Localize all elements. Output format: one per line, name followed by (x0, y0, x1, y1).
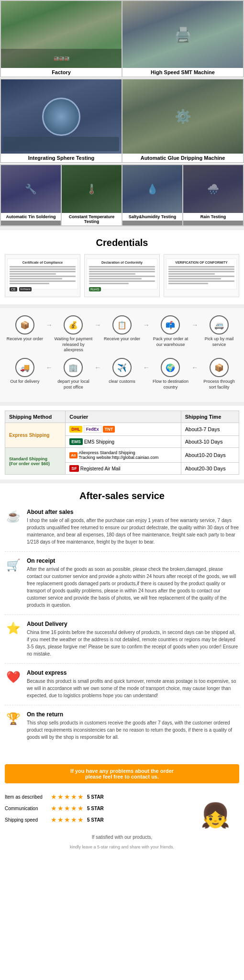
standard-time-1: About10-20 Days (181, 448, 239, 463)
rain-image: 🌧️ (183, 165, 243, 213)
payment-icon: 💰 (64, 315, 83, 334)
ce-logo: CE (10, 287, 17, 291)
rating-left: Item as described ★★★★★ 5 STAR Communica… (5, 793, 187, 827)
factory-label: Factory (1, 68, 122, 77)
delivery-content: About Delivery China time 16 points befo… (27, 621, 239, 657)
ali-logo: Ali (69, 452, 77, 458)
temp-image: 🌡️ (62, 165, 122, 213)
cert-inner-3: VERIFICATION OF CONFORMITY (166, 258, 237, 290)
cert-lines-2 (89, 265, 155, 285)
rating-footer-note: kindly leave a 5-star rating and share w… (0, 845, 244, 854)
bottom-4-grid: 🔧 Automatic Tin Soldering 🌡️ Constant Te… (0, 164, 244, 226)
receipt-content: On receipt After the arrival of the good… (27, 557, 239, 609)
dhl-fedex-tnt-logos: DHL FedEx TNT (69, 425, 177, 433)
cert-card-3: VERIFICATION OF CONFORMITY (164, 254, 239, 297)
sphere-cell: Integrating Sphere Testing (1, 79, 122, 162)
smt-cell: 🖨️ High Speed SMT Machine (122, 1, 243, 77)
receive2-icon: 📋 (112, 315, 132, 334)
express-courier-ems: EMS EMS Shipping (66, 436, 181, 448)
receive2-text: Receive your order (104, 336, 140, 342)
shipping-table: Shipping Method Courier Shipping Time Ex… (5, 411, 239, 475)
temp-label: Constant Temperature Testing (62, 213, 122, 225)
ems-logos: EMS EMS Shipping (69, 438, 177, 445)
ems-text: EMS Shipping (84, 439, 114, 445)
cert-row: Certificate of Compliance CE Erthiant De… (5, 254, 239, 297)
contact-banner[interactable]: If you have any problems about the order… (5, 764, 239, 783)
cert-card-1: Certificate of Compliance CE Erthiant (5, 254, 80, 297)
arrow-7: ← (143, 364, 150, 371)
process-step-pack: 📫 Pack your order at our warehouse (151, 315, 189, 347)
express-item-text: Because this product is small profits an… (27, 678, 239, 699)
delivery-svc-icon: ⭐ (5, 621, 22, 657)
col-courier: Courier (66, 411, 181, 423)
cert-card-2: Declaration of Conformity RoHS (84, 254, 160, 297)
rating-right: 👧 (191, 793, 239, 827)
smt-label: High Speed SMT Machine (122, 68, 243, 77)
delivery-text: Out for delivery (10, 379, 39, 385)
payment-text: Waiting for payment released by aliexpre… (54, 336, 92, 353)
receipt-icon: 🛒 (5, 557, 22, 609)
flow-text: Flow to destination country (151, 379, 189, 390)
standard-row-1: Standard Shipping(For order over $60) Al… (5, 448, 239, 463)
ali-text: Aliexpress Standard ShippingTracking web… (79, 450, 159, 460)
rating-row-ship: Shipping speed ★★★★★ 5 STAR (5, 816, 187, 824)
process-step-pickup: 🚐 Pick up by mail service (200, 315, 238, 347)
standard-method-cell: Standard Shipping(For order over $60) (5, 448, 66, 475)
cert-lines-1 (10, 265, 76, 285)
fedex-logo: FedEx (84, 425, 101, 433)
factory-cell: 🏭🏭🏭 Factory (1, 1, 122, 77)
service-aftersales: ☕ About after sales I shop the sale of a… (5, 509, 239, 552)
aftersales-item-title: About after sales (27, 509, 239, 515)
rating-comm-stars: ★★★★★ (51, 804, 84, 812)
arrow-5: ← (46, 364, 53, 371)
cartoon-face: 👧 (200, 803, 230, 827)
sphere-glue-grid: Integrating Sphere Testing ⚙️ Automatic … (0, 78, 244, 163)
rating-section: Item as described ★★★★★ 5 STAR Communica… (0, 788, 244, 832)
express-method-cell: Express Shipping (5, 423, 66, 448)
credentials-title: Credentials (5, 237, 239, 248)
pickup-text: Pick up by mail service (200, 336, 238, 347)
rating-item-label: Item as described (5, 794, 48, 800)
cert-lines-3 (168, 265, 234, 287)
return-content: On the return This shop sells products i… (27, 711, 239, 741)
arrow-2: → (94, 321, 101, 329)
rating-footer-text: If satisfied with our products, (5, 835, 239, 840)
rating-item-value: 5 STAR (87, 794, 104, 800)
return-item-title: On the return (27, 711, 239, 718)
salty-cell: 💧 Salty&humidity Testing (122, 165, 182, 225)
glue-image: ⚙️ (122, 79, 243, 154)
express-time-2: About3-10 Days (181, 436, 239, 448)
rain-label: Rain Testing (183, 213, 243, 221)
standard-courier-ali: Ali Aliexpress Standard ShippingTracking… (66, 448, 181, 463)
tnt-logo: TNT (103, 426, 115, 433)
sort-icon: 📦 (210, 358, 229, 377)
process-step-receive: 📦 Receive your order (6, 315, 44, 342)
sort-text: Process through sort facility (200, 379, 238, 390)
contact-line2: please feel free to contact us. (9, 774, 235, 780)
shipping-process-section: 📦 Receive your order → 💰 Waiting for pay… (0, 308, 244, 402)
salty-label: Salty&humidity Testing (122, 213, 182, 221)
rating-footer: If satisfied with our products, (0, 832, 244, 845)
glue-cell: ⚙️ Automatic Glue Dripping Machine (122, 79, 243, 162)
postoffice-icon: 🏢 (64, 358, 83, 377)
salty-image: 💧 (122, 165, 182, 213)
sf-logos: SF Registered Air Mail (69, 465, 177, 472)
ems-logo: EMS (69, 438, 83, 445)
return-icon: 🏆 (5, 711, 22, 741)
rating-ship-stars: ★★★★★ (51, 816, 84, 824)
express-time-1: About3-7 Days (181, 423, 239, 436)
customs-text: clear customs (109, 379, 135, 385)
aftersales-content: About after sales I shop the sale of all… (27, 509, 239, 546)
cartoon-character: 👧 (200, 803, 230, 827)
rating-item-stars: ★★★★★ (51, 793, 84, 801)
col-time: Shipping Time (181, 411, 239, 423)
dhl-logo: DHL (69, 426, 82, 433)
process-step-flow: 🌍 Flow to destination country (151, 358, 189, 390)
process-step-receive2: 📋 Receive your order (103, 315, 141, 342)
process-step-delivery: 🚚 Out for delivery (6, 358, 44, 385)
sphere-image (1, 79, 122, 154)
process-row-2: 🚚 Out for delivery ← 🏢 depart your local… (5, 358, 239, 390)
cert-logo-2: RoHS (89, 287, 155, 291)
customs-icon: ✈️ (112, 358, 132, 377)
process-row-1: 📦 Receive your order → 💰 Waiting for pay… (5, 315, 239, 353)
